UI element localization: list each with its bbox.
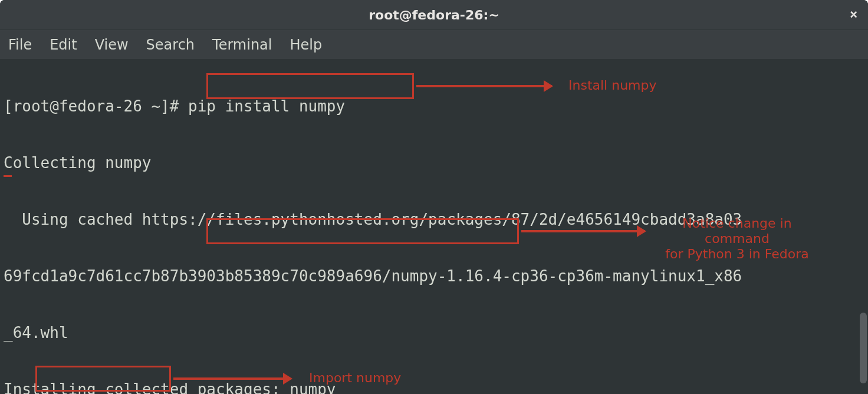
menu-bar: File Edit View Search Terminal Help xyxy=(0,29,868,59)
menu-file[interactable]: File xyxy=(8,37,32,53)
scrollbar-thumb[interactable] xyxy=(860,313,867,383)
terminal-line: [root@fedora-26 ~]# pip install numpy xyxy=(4,97,864,116)
menu-terminal[interactable]: Terminal xyxy=(212,37,272,53)
menu-view[interactable]: View xyxy=(95,37,129,53)
terminal-output[interactable]: [root@fedora-26 ~]# pip install numpy Co… xyxy=(0,59,868,394)
menu-help[interactable]: Help xyxy=(290,37,323,53)
window-titlebar: root@fedora-26:~ × xyxy=(0,0,868,29)
terminal-window: root@fedora-26:~ × File Edit View Search… xyxy=(0,0,868,394)
window-title: root@fedora-26:~ xyxy=(369,8,499,22)
scrollbar[interactable] xyxy=(859,59,867,394)
close-icon[interactable]: × xyxy=(850,7,857,22)
terminal-line: Using cached https://files.pythonhosted.… xyxy=(4,210,864,229)
terminal-line: 69fcd1a9c7d61cc7b87b3903b85389c70c989a69… xyxy=(4,267,864,285)
terminal-line: Installing collected packages: numpy xyxy=(4,380,864,394)
terminal-line: Collecting numpy xyxy=(4,153,864,172)
menu-edit[interactable]: Edit xyxy=(50,37,77,53)
terminal-line: _64.whl xyxy=(4,323,864,342)
menu-search[interactable]: Search xyxy=(146,37,195,53)
